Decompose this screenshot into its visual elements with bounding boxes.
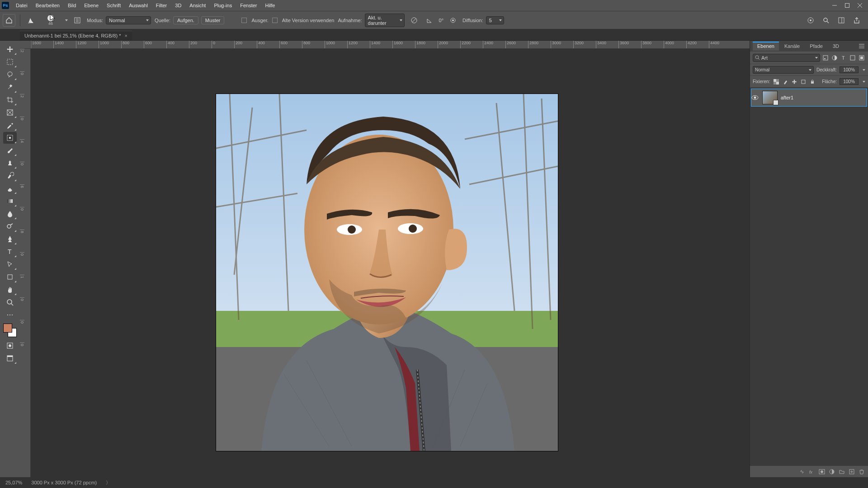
dodge-tool[interactable] <box>3 221 17 232</box>
adjustment-layer-icon[interactable] <box>828 468 835 475</box>
svg-rect-26 <box>8 275 12 279</box>
ruler-origin[interactable] <box>20 41 31 49</box>
pressure-icon[interactable] <box>447 14 459 26</box>
menu-3d[interactable]: 3D <box>171 0 185 11</box>
zoom-level[interactable]: 25,07% <box>5 480 22 485</box>
window-close-button[interactable] <box>854 0 866 11</box>
spot-healing-tool[interactable] <box>3 132 17 144</box>
path-select-tool[interactable] <box>3 258 17 270</box>
menu-schrift[interactable]: Schrift <box>103 0 125 11</box>
tab-pfade[interactable]: Pfade <box>805 42 827 51</box>
history-brush-tool[interactable] <box>3 170 17 182</box>
vertical-ruler[interactable]: 20204060801000 <box>20 49 31 477</box>
hand-tool[interactable] <box>3 284 17 296</box>
eyedropper-tool[interactable] <box>3 119 17 131</box>
eraser-tool[interactable] <box>3 183 17 194</box>
layer-name[interactable]: after1 <box>779 95 793 100</box>
lasso-tool[interactable] <box>3 69 17 80</box>
menu-bearbeiten[interactable]: Bearbeiten <box>32 0 64 11</box>
magic-wand-tool[interactable] <box>3 81 17 93</box>
crop-tool[interactable] <box>3 94 17 106</box>
quick-mask-tool[interactable] <box>3 340 17 352</box>
gradient-tool[interactable] <box>3 195 17 207</box>
brush-tool[interactable] <box>3 145 17 156</box>
pen-tool[interactable] <box>3 233 17 245</box>
modus-label: Modus: <box>87 18 103 23</box>
doc-info[interactable]: 3000 Px x 3000 Px (72 ppcm) <box>31 480 97 485</box>
menu-filter[interactable]: Filter <box>152 0 171 11</box>
menu-auswahl[interactable]: Auswahl <box>125 0 152 11</box>
new-layer-icon[interactable] <box>848 468 855 475</box>
aufgen-button[interactable]: Aufgen. <box>173 16 198 24</box>
menu-bild[interactable]: Bild <box>64 0 80 11</box>
brush-settings-icon[interactable] <box>71 14 83 26</box>
document-tab[interactable]: Unbenannt-1 bei 25,1% (Ebene 4, RGB/8) *… <box>20 31 132 40</box>
shape-tool[interactable] <box>3 271 17 283</box>
filter-type-icon[interactable]: T <box>840 54 847 61</box>
home-button[interactable] <box>3 14 15 27</box>
diffusion-input[interactable]: 5 <box>486 16 504 24</box>
clone-stamp-tool[interactable] <box>3 157 17 169</box>
menu-plugins[interactable]: Plug-ins <box>210 0 236 11</box>
aufnahme-dropdown[interactable]: Akt. u. darunter <box>365 14 405 27</box>
window-minimize-button[interactable] <box>828 0 841 11</box>
marquee-tool[interactable] <box>3 56 17 68</box>
filter-adjustment-icon[interactable] <box>831 54 838 61</box>
blend-mode-dropdown[interactable]: Normal <box>753 66 814 74</box>
angle-icon[interactable] <box>424 14 435 26</box>
lock-pixels-icon[interactable] <box>782 78 789 85</box>
canvas-area[interactable]: 1600140012001000800600400200020040060080… <box>20 41 750 477</box>
delete-layer-icon[interactable] <box>858 468 865 475</box>
canvas-image <box>216 94 558 451</box>
ignore-adjustment-icon[interactable] <box>408 14 420 26</box>
lock-transparency-icon[interactable] <box>773 78 780 85</box>
tab-ebenen[interactable]: Ebenen <box>753 42 779 51</box>
blur-tool[interactable] <box>3 208 17 220</box>
status-chevron-icon[interactable]: 〉 <box>106 479 111 486</box>
lock-position-icon[interactable] <box>791 78 798 85</box>
panel-menu-icon[interactable] <box>858 42 865 50</box>
search-icon[interactable] <box>820 14 832 26</box>
zoom-tool[interactable] <box>3 296 17 308</box>
layer-thumbnail[interactable] <box>762 91 778 104</box>
horizontal-ruler[interactable]: 1600140012001000800600400200020040060080… <box>31 41 750 49</box>
menu-ebene[interactable]: Ebene <box>80 0 103 11</box>
opacity-input[interactable]: 100% <box>840 66 859 73</box>
edit-toolbar-icon[interactable] <box>3 309 17 321</box>
menu-fenster[interactable]: Fenster <box>236 0 261 11</box>
filter-smart-icon[interactable] <box>858 54 865 61</box>
move-tool[interactable] <box>3 43 17 55</box>
window-maximize-button[interactable] <box>841 0 854 11</box>
link-layers-icon[interactable] <box>798 468 806 475</box>
frame-tool[interactable] <box>3 107 17 118</box>
share-icon[interactable] <box>851 14 863 26</box>
close-tab-icon[interactable]: × <box>124 33 127 38</box>
filter-shape-icon[interactable] <box>849 54 856 61</box>
menu-ansicht[interactable]: Ansicht <box>185 0 210 11</box>
layer-list[interactable]: after1 <box>750 88 868 465</box>
menu-hilfe[interactable]: Hilfe <box>261 0 279 11</box>
layer-row[interactable]: after1 <box>751 89 867 107</box>
type-tool[interactable]: T <box>3 246 17 258</box>
group-layers-icon[interactable] <box>838 468 845 475</box>
menu-datei[interactable]: Datei <box>12 0 32 11</box>
current-tool-icon[interactable] <box>25 14 38 27</box>
tab-3d[interactable]: 3D <box>828 42 844 51</box>
workspace-icon[interactable] <box>835 14 847 26</box>
screen-mode-tool[interactable] <box>3 352 17 364</box>
layer-mask-icon[interactable] <box>818 468 826 475</box>
layer-filter-search[interactable]: Art <box>753 54 820 62</box>
modus-dropdown[interactable]: Normal <box>106 16 151 24</box>
cloud-docs-icon[interactable] <box>805 14 816 26</box>
layer-fx-icon[interactable]: fx <box>808 468 816 475</box>
lock-all-icon[interactable] <box>809 78 816 85</box>
layer-visibility-icon[interactable] <box>751 95 762 100</box>
filter-pixel-icon[interactable] <box>822 54 829 61</box>
tab-kanaele[interactable]: Kanäle <box>780 42 804 51</box>
ausger-checkbox[interactable] <box>241 18 247 23</box>
fill-input[interactable]: 100% <box>840 78 859 85</box>
color-swatches[interactable] <box>3 324 17 337</box>
alte-version-checkbox[interactable] <box>272 18 278 23</box>
lock-artboard-icon[interactable] <box>800 78 807 85</box>
muster-button[interactable]: Muster <box>201 16 225 24</box>
